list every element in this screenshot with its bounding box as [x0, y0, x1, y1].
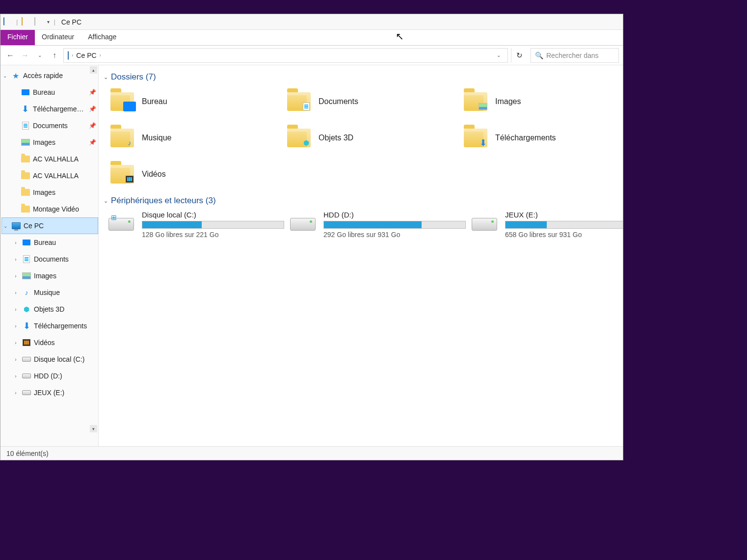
group-header-drives[interactable]: ⌄ Périphériques et lecteurs (3): [104, 196, 618, 206]
pin-icon: 📌: [89, 122, 96, 129]
explorer-window: | ▾ | Ce PC Fichier Ordinateur Affichage…: [0, 14, 623, 460]
tree-pc-item[interactable]: ›Disque local (C:): [1, 351, 98, 368]
search-box[interactable]: 🔍 Rechercher dans: [531, 48, 619, 63]
navigation-pane: ▴ ⌄★Accès rapide·Bureau📌·⬇Téléchargement…: [0, 65, 99, 446]
tab-view[interactable]: Affichage: [81, 30, 123, 45]
scroll-up-button[interactable]: ▴: [90, 66, 97, 74]
tree-label: Images: [33, 138, 55, 146]
recent-dropdown-icon[interactable]: ⌄: [34, 50, 46, 61]
up-button[interactable]: ↑: [49, 50, 60, 61]
drive-icon: [22, 388, 31, 397]
chevron-right-icon[interactable]: ›: [12, 290, 19, 295]
folder-icon: ⬇: [463, 125, 488, 151]
folder-item[interactable]: Vidéos: [109, 159, 276, 190]
scroll-down-button[interactable]: ▾: [90, 425, 97, 432]
tree-quick-access[interactable]: ⌄★Accès rapide: [1, 67, 98, 84]
tree-pc-item[interactable]: ›Documents: [1, 251, 98, 267]
chevron-right-icon[interactable]: ›: [100, 53, 101, 58]
tree-pc-item[interactable]: ›Bureau: [1, 234, 98, 251]
drive-item[interactable]: HDD (D:)292 Go libres sur 931 Go: [289, 210, 466, 239]
drive-usage-bar: [142, 221, 284, 229]
tree-label: Montage Vidéo: [33, 205, 79, 213]
breadcrumb-pc-icon: [68, 52, 69, 59]
tree-quick-item[interactable]: ·Images📌: [1, 134, 98, 151]
tree-this-pc[interactable]: ⌄Ce PC: [1, 217, 98, 234]
pin-icon: 📌: [89, 139, 96, 146]
folder-item[interactable]: Images: [463, 86, 623, 117]
navigation-bar: ← → ⌄ ↑ › Ce PC › ⌄ ↻ 🔍 Rechercher dans: [0, 46, 623, 65]
tree-pc-item[interactable]: ›Images: [1, 267, 98, 284]
tree-pc-item[interactable]: ›♪Musique: [1, 284, 98, 301]
drive-grid: ⊞Disque local (C:)128 Go libres sur 221 …: [107, 210, 618, 239]
desktop-icon: [22, 238, 31, 247]
drive-free-text: 658 Go libres sur 931 Go: [505, 231, 623, 239]
forward-button[interactable]: →: [19, 50, 31, 61]
folder-grid: BureauDocumentsImages♪Musique⬢Objets 3D⬇…: [109, 86, 618, 190]
desktop-icon: [123, 100, 136, 113]
tree-quick-item[interactable]: ·Montage Vidéo: [1, 201, 98, 217]
tree-quick-item[interactable]: ·AC VALHALLA: [1, 167, 98, 184]
folder-icon: [21, 155, 30, 163]
tree-quick-item[interactable]: ·Images: [1, 184, 98, 201]
chevron-right-icon[interactable]: ›: [12, 257, 19, 262]
drive-item[interactable]: JEUX (E:)658 Go libres sur 931 Go: [471, 210, 623, 239]
tree-quick-item[interactable]: ·Bureau📌: [1, 84, 98, 101]
address-bar[interactable]: › Ce PC › ⌄: [63, 48, 508, 63]
folder-item[interactable]: ⬢Objets 3D: [286, 122, 453, 154]
title-page-icon: [34, 18, 43, 27]
tree: ⌄★Accès rapide·Bureau📌·⬇Téléchargements📌…: [0, 65, 98, 403]
star-icon: ★: [11, 71, 20, 80]
chevron-right-icon[interactable]: ›: [12, 390, 19, 396]
chevron-right-icon[interactable]: ›: [12, 240, 19, 245]
chevron-down-icon[interactable]: ⌄: [1, 73, 8, 79]
chevron-right-icon[interactable]: ›: [12, 307, 19, 312]
breadcrumb-root[interactable]: Ce PC: [76, 52, 96, 59]
status-text: 10 élément(s): [6, 450, 49, 457]
refresh-button[interactable]: ↻: [511, 48, 528, 63]
tree-pc-item[interactable]: ›Vidéos: [1, 334, 98, 351]
window-title: Ce PC: [61, 18, 81, 26]
tab-computer[interactable]: Ordinateur: [35, 30, 81, 45]
folder-item[interactable]: ♪Musique: [109, 122, 276, 154]
chevron-right-icon[interactable]: ›: [12, 323, 19, 329]
folder-item[interactable]: Bureau: [109, 86, 276, 117]
tree-pc-item[interactable]: ›⬇Téléchargements: [1, 318, 98, 334]
folder-icon: ⬢: [286, 125, 312, 151]
folder-item[interactable]: Documents: [286, 86, 453, 117]
chevron-right-icon[interactable]: ›: [12, 357, 19, 362]
tree-label: JEUX (E:): [34, 389, 64, 397]
folder-label: Bureau: [142, 97, 167, 106]
3d-icon: ⬢: [22, 305, 31, 314]
tree-label: AC VALHALLA: [33, 155, 79, 163]
drive-item[interactable]: ⊞Disque local (C:)128 Go libres sur 221 …: [107, 210, 284, 239]
tree-pc-item[interactable]: ›⬢Objets 3D: [1, 301, 98, 318]
chevron-right-icon[interactable]: ›: [12, 340, 19, 346]
back-button[interactable]: ←: [4, 50, 16, 61]
tree-quick-item[interactable]: ·Documents📌: [1, 117, 98, 134]
chevron-right-icon[interactable]: ›: [72, 53, 73, 58]
tree-quick-item[interactable]: ·AC VALHALLA: [1, 151, 98, 167]
drive-icon: ⊞: [107, 214, 135, 234]
group-header-folders[interactable]: ⌄ Dossiers (7): [104, 72, 618, 82]
tab-file[interactable]: Fichier: [0, 30, 35, 45]
folder-icon: [109, 161, 135, 187]
chevron-right-icon[interactable]: ›: [12, 373, 19, 379]
3d-icon: ⬢: [300, 136, 313, 149]
drive-free-text: 292 Go libres sur 931 Go: [323, 231, 466, 239]
tree-label: Musique: [34, 289, 60, 296]
folder-icon: [463, 89, 488, 114]
video-icon: [22, 338, 31, 347]
tree-pc-item[interactable]: ›JEUX (E:): [1, 384, 98, 401]
address-dropdown-icon[interactable]: ⌄: [494, 53, 504, 58]
chevron-down-icon[interactable]: ⌄: [2, 223, 9, 229]
qat-dropdown-icon[interactable]: ▾: [47, 19, 50, 25]
drive-icon: [471, 214, 498, 234]
folder-item[interactable]: ⬇Téléchargements: [463, 122, 623, 154]
chevron-right-icon[interactable]: ›: [12, 273, 19, 279]
folder-icon: [286, 89, 312, 114]
image-icon: [477, 100, 489, 113]
tree-quick-item[interactable]: ·⬇Téléchargements📌: [1, 101, 98, 117]
group-drives-label: Périphériques et lecteurs (3): [111, 196, 216, 206]
tree-pc-item[interactable]: ›HDD (D:): [1, 368, 98, 384]
tree-label: Accès rapide: [23, 72, 63, 80]
